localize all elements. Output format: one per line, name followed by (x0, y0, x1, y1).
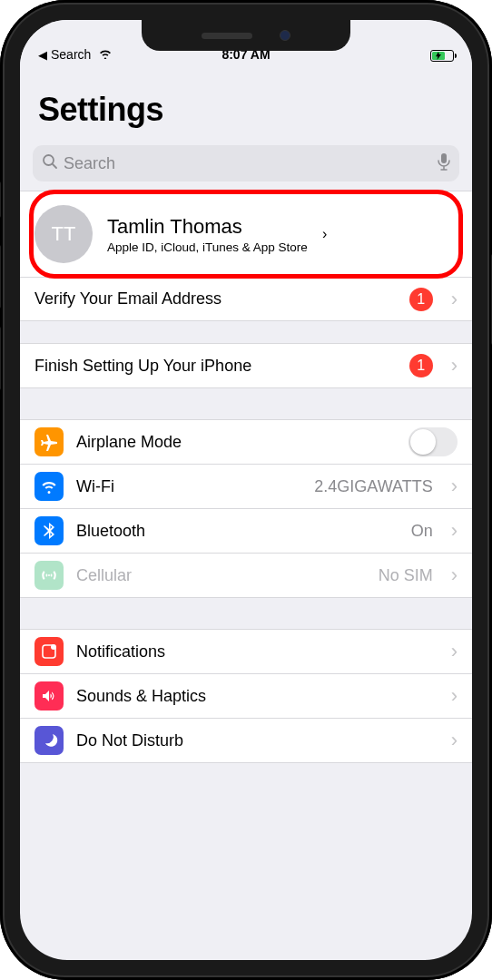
verify-email-row[interactable]: Verify Your Email Address 1 › (20, 277, 472, 320)
content-area: Settings TT Tamlin Thomas (20, 65, 472, 763)
airplane-mode-row[interactable]: Airplane Mode (20, 420, 472, 465)
connectivity-group: Airplane Mode Wi-Fi 2.4GIGAWATTS › (20, 419, 472, 598)
badge: 1 (409, 288, 433, 311)
chevron-right-icon: › (451, 354, 458, 377)
svg-point-4 (51, 644, 56, 650)
bluetooth-label: Bluetooth (76, 522, 399, 541)
chevron-right-icon: › (451, 564, 458, 587)
airplane-label: Airplane Mode (76, 433, 396, 452)
search-icon (42, 153, 58, 173)
bluetooth-row[interactable]: Bluetooth On › (20, 509, 472, 554)
apple-id-subtitle: Apple ID, iCloud, iTunes & App Store (107, 240, 308, 254)
chevron-right-icon: › (451, 729, 458, 752)
cellular-icon (34, 561, 64, 590)
front-camera (280, 30, 290, 41)
search-field[interactable] (33, 145, 459, 181)
apple-id-name: Tamlin Thomas (107, 215, 308, 239)
airplane-icon (34, 427, 64, 456)
notch (142, 20, 350, 51)
bluetooth-detail: On (411, 522, 433, 541)
bluetooth-icon (34, 516, 64, 545)
wifi-label: Wi-Fi (76, 477, 301, 496)
chevron-right-icon: › (451, 640, 458, 663)
page-title: Settings (38, 91, 454, 129)
chevron-right-icon: › (451, 475, 458, 498)
svg-line-1 (53, 164, 56, 168)
battery-icon (430, 50, 454, 62)
finish-setup-label: Finish Setting Up Your iPhone (34, 357, 397, 376)
screen: ◀ Search 8:07 AM Settings (20, 20, 472, 960)
chevron-right-icon: › (451, 684, 458, 708)
toggle-knob (410, 429, 436, 455)
chevron-right-icon: › (451, 519, 458, 543)
wifi-detail: 2.4GIGAWATTS (314, 477, 432, 496)
avatar-initials: TT (52, 222, 76, 246)
microphone-icon[interactable] (438, 152, 450, 174)
notifications-icon (34, 637, 64, 666)
dnd-row[interactable]: Do Not Disturb › (20, 719, 472, 762)
cellular-row[interactable]: Cellular No SIM › (20, 554, 472, 597)
back-label: Search (51, 47, 91, 62)
badge: 1 (409, 354, 433, 377)
sounds-icon (34, 681, 64, 710)
wifi-status-icon (98, 47, 113, 62)
volume-up (0, 245, 1, 309)
dnd-label: Do Not Disturb (76, 731, 433, 750)
status-right (315, 50, 454, 62)
cellular-detail: No SIM (379, 566, 433, 585)
speaker-grille (202, 33, 252, 39)
svg-rect-2 (441, 153, 447, 163)
phone-frame: ◀ Search 8:07 AM Settings (0, 0, 492, 980)
apple-id-text: Tamlin Thomas Apple ID, iCloud, iTunes &… (107, 215, 308, 254)
sounds-label: Sounds & Haptics (76, 687, 433, 706)
finish-setup-group: Finish Setting Up Your iPhone 1 › (20, 343, 472, 388)
finish-setup-row[interactable]: Finish Setting Up Your iPhone 1 › (20, 344, 472, 387)
apple-id-row[interactable]: TT Tamlin Thomas Apple ID, iCloud, iTune… (20, 191, 472, 277)
chevron-right-icon: › (322, 226, 327, 242)
search-input[interactable] (64, 154, 432, 173)
chevron-right-icon: › (451, 288, 458, 311)
apple-id-group: TT Tamlin Thomas Apple ID, iCloud, iTune… (20, 191, 472, 321)
cellular-label: Cellular (76, 566, 366, 585)
sounds-row[interactable]: Sounds & Haptics › (20, 674, 472, 719)
airplane-toggle[interactable] (408, 427, 458, 456)
notifications-label: Notifications (76, 642, 433, 662)
volume-down (0, 327, 1, 390)
notifications-row[interactable]: Notifications › (20, 630, 472, 674)
back-caret-icon: ◀ (38, 48, 47, 62)
mute-switch (0, 181, 1, 218)
verify-email-label: Verify Your Email Address (34, 289, 397, 309)
notifications-group: Notifications › Sounds & Haptics › Do No… (20, 629, 472, 763)
wifi-row[interactable]: Wi-Fi 2.4GIGAWATTS › (20, 465, 472, 509)
page-header: Settings (20, 65, 472, 138)
svg-point-0 (44, 155, 54, 165)
do-not-disturb-icon (34, 726, 64, 755)
avatar: TT (34, 205, 93, 263)
wifi-icon (34, 472, 64, 501)
